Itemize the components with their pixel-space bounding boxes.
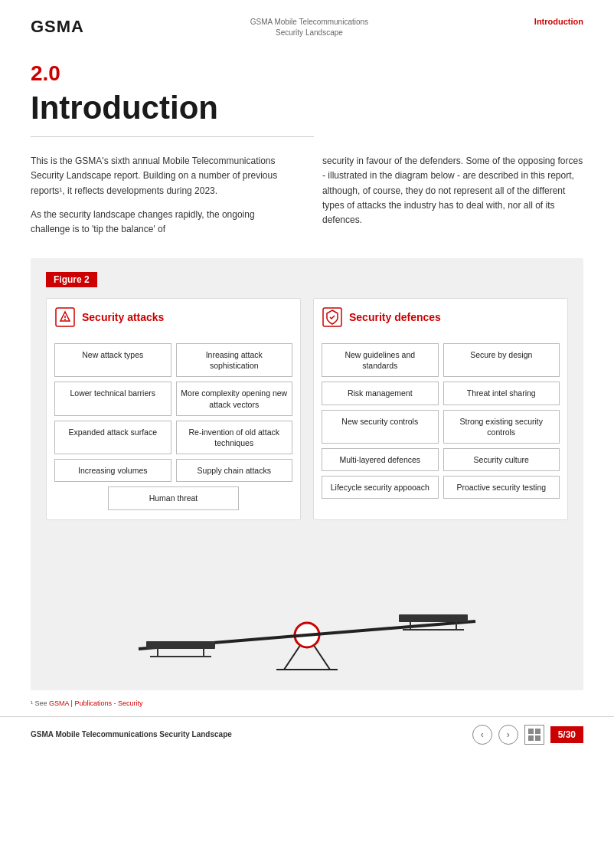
grid-item: Inreasing attack sophistication	[176, 343, 293, 377]
page-header: GSMA GSMA Mobile Telecommunications Secu…	[0, 0, 614, 38]
attacks-panel: Security attacks New attack types Inreas…	[46, 298, 301, 519]
attacks-grid: New attack types Inreasing attack sophis…	[54, 343, 292, 509]
grid-item: More complexity opening new attack vecto…	[176, 382, 293, 415]
header-title: GSMA Mobile Telecommunications Security …	[250, 17, 368, 38]
attacks-header: Security attacks	[54, 306, 292, 334]
grid-item: Secure by design	[443, 343, 560, 377]
prev-button[interactable]: ‹	[472, 725, 492, 745]
intro-col-left: This is the GSMA's sixth annual Mobile T…	[31, 154, 292, 237]
grid-item: Increasing volumes	[54, 459, 171, 482]
footnote-prefix: ¹ See	[31, 699, 47, 707]
footnote-link[interactable]: GSMA | Publications - Security	[49, 699, 142, 707]
footer-note: ¹ See GSMA | Publications - Security	[0, 690, 614, 710]
grid-item: Lifecycle security appooach	[322, 476, 439, 499]
section-number: 2.0	[31, 61, 583, 86]
attacks-icon	[54, 306, 76, 328]
grid-item: Lower technical barriers	[54, 382, 171, 415]
main-content: 2.0 Introduction This is the GSMA's sixt…	[0, 38, 614, 690]
grid-view-button[interactable]	[524, 725, 544, 745]
header-nav-label: Introduction	[534, 17, 583, 26]
seesaw-svg	[108, 536, 506, 681]
grid-item: Threat intel sharing	[443, 382, 560, 405]
seesaw-diagram	[46, 528, 568, 681]
footer-bar: GSMA Mobile Telecommunications Security …	[0, 716, 614, 752]
svg-point-2	[64, 319, 66, 320]
grid-item: Supply chain attacks	[176, 459, 293, 482]
defences-header: Security defences	[322, 306, 560, 334]
grid-item: New security controls	[322, 410, 439, 444]
intro-p2: As the security landscape changes rapidl…	[31, 208, 292, 237]
diagram-columns: Security attacks New attack types Inreas…	[46, 298, 568, 519]
page-badge: 5/30	[550, 726, 583, 743]
attacks-title: Security attacks	[82, 311, 164, 323]
intro-p3: security in favour of the defenders. Som…	[322, 154, 583, 228]
grid-item: Human threat	[108, 486, 239, 509]
defences-panel: Security defences New guidelines and sta…	[313, 298, 568, 519]
section-divider	[31, 136, 314, 137]
intro-col-right: security in favour of the defenders. Som…	[322, 154, 583, 237]
next-button[interactable]: ›	[498, 725, 518, 745]
defences-icon	[322, 306, 343, 328]
intro-columns: This is the GSMA's sixth annual Mobile T…	[31, 154, 583, 237]
figure-label: Figure 2	[46, 272, 97, 287]
grid-item: Multi-layered defences	[322, 448, 439, 471]
grid-item: Proactive security testing	[443, 476, 560, 499]
grid-item: Re-invention of old attack techniques	[176, 421, 293, 454]
grid-item: New guidelines and standards	[322, 343, 439, 377]
grid-item: Strong existing security controls	[443, 410, 560, 444]
section-title: Introduction	[31, 90, 583, 126]
footer-navigation: ‹ › 5/30	[472, 725, 583, 745]
defences-title: Security defences	[349, 311, 441, 323]
grid-item: Security culture	[443, 448, 560, 471]
gsma-logo: GSMA	[31, 17, 84, 37]
intro-p1: This is the GSMA's sixth annual Mobile T…	[31, 154, 292, 198]
grid-item: Risk management	[322, 382, 439, 405]
defences-grid: New guidelines and standards Secure by d…	[322, 343, 560, 499]
figure-box: Figure 2 Security attacks New attack typ…	[31, 258, 583, 689]
footer-brand: GSMA Mobile Telecommunications Security …	[31, 730, 232, 739]
svg-rect-13	[399, 614, 468, 622]
grid-item: Expanded attack surface	[54, 421, 171, 454]
grid-item: New attack types	[54, 343, 171, 377]
svg-rect-9	[146, 641, 215, 649]
